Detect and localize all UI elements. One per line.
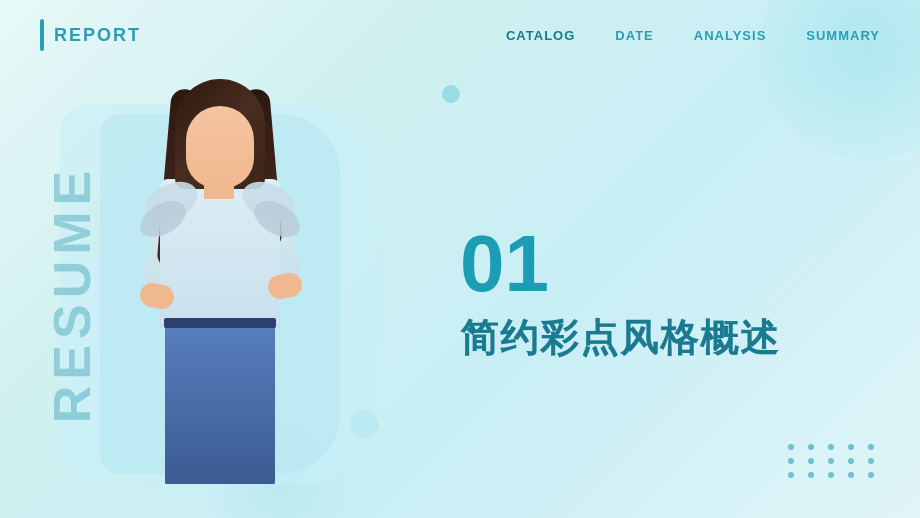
dot-15 [868, 472, 874, 478]
dot-14 [848, 472, 854, 478]
dot-6 [788, 458, 794, 464]
person-illustration [120, 84, 320, 484]
main-nav: CATALOG DATE ANALYSIS SUMMARY [506, 28, 880, 43]
section-title: 简约彩点风格概述 [460, 314, 880, 363]
main-content: RESUME [0, 70, 920, 518]
nav-analysis[interactable]: ANALYSIS [694, 28, 767, 43]
person-photo-container [70, 79, 370, 484]
dot-4 [848, 444, 854, 450]
person-jeans [165, 319, 275, 484]
dot-13 [828, 472, 834, 478]
dot-11 [788, 472, 794, 478]
report-bar-accent [40, 19, 44, 51]
photo-card: RESUME [60, 104, 380, 484]
person-face [186, 106, 254, 188]
nav-catalog[interactable]: CATALOG [506, 28, 575, 43]
dot-2 [808, 444, 814, 450]
dot-8 [828, 458, 834, 464]
report-label: REPORT [54, 25, 141, 46]
section-text-area: 01 简约彩点风格概述 [380, 224, 880, 363]
logo-area: REPORT [40, 19, 141, 51]
dots-pattern [788, 444, 880, 478]
person-belt [164, 318, 276, 328]
nav-summary[interactable]: SUMMARY [806, 28, 880, 43]
header: REPORT CATALOG DATE ANALYSIS SUMMARY [0, 0, 920, 70]
dot-10 [868, 458, 874, 464]
dot-9 [848, 458, 854, 464]
dot-1 [788, 444, 794, 450]
section-number: 01 [460, 224, 880, 304]
dot-3 [828, 444, 834, 450]
dot-7 [808, 458, 814, 464]
nav-date[interactable]: DATE [615, 28, 653, 43]
dot-5 [868, 444, 874, 450]
dot-12 [808, 472, 814, 478]
